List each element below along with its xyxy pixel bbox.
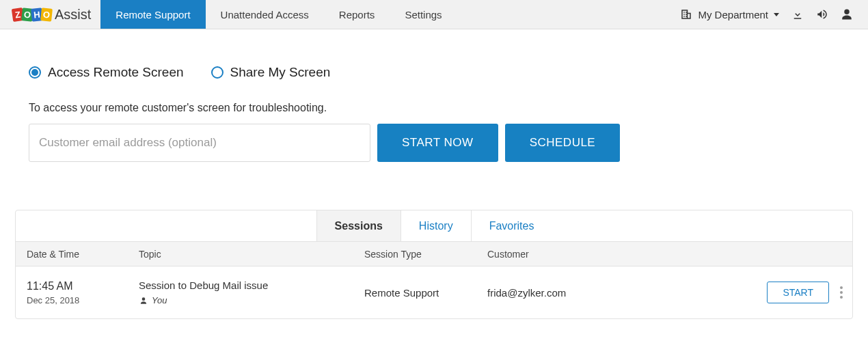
radio-unchecked-icon <box>211 66 223 79</box>
radio-access-remote[interactable]: Access Remote Screen <box>29 65 184 80</box>
tab-favorites[interactable]: Favorites <box>472 210 552 241</box>
profile-button[interactable] <box>841 8 853 20</box>
row-type: Remote Support <box>364 287 487 299</box>
radio-access-label: Access Remote Screen <box>48 65 184 80</box>
nav-reports[interactable]: Reports <box>324 0 390 29</box>
col-header-type: Session Type <box>364 249 487 260</box>
row-more-button[interactable] <box>840 286 843 299</box>
customer-email-input[interactable] <box>29 124 370 162</box>
app-logo: Z O H O Assist <box>0 0 100 29</box>
mode-selector: Access Remote Screen Share My Screen <box>29 29 839 80</box>
row-customer: frida@zylker.com <box>487 287 729 299</box>
product-name: Assist <box>55 7 91 23</box>
radio-share-label: Share My Screen <box>230 65 331 80</box>
person-icon <box>139 296 148 305</box>
department-label: My Department <box>698 9 768 20</box>
sessions-panel: Sessions History Favorites Date & Time T… <box>15 210 853 319</box>
download-button[interactable] <box>791 8 804 20</box>
top-bar: Z O H O Assist Remote Support Unattended… <box>0 0 868 29</box>
user-icon <box>841 8 853 20</box>
radio-checked-icon <box>29 66 41 79</box>
nav-unattended-access[interactable]: Unattended Access <box>206 0 324 29</box>
main-content: Access Remote Screen Share My Screen To … <box>0 29 868 319</box>
col-header-customer: Customer <box>487 249 729 260</box>
col-header-datetime: Date & Time <box>16 249 139 260</box>
mode-description: To access your remote customer's screen … <box>29 102 839 114</box>
topbar-right: My Department <box>680 0 868 29</box>
megaphone-icon <box>816 8 828 20</box>
building-icon <box>680 8 692 20</box>
download-icon <box>791 8 804 20</box>
announce-button[interactable] <box>816 8 828 20</box>
sessions-table-header: Date & Time Topic Session Type Customer <box>16 242 852 266</box>
row-owner: You <box>139 295 364 305</box>
row-date: Dec 25, 2018 <box>27 295 139 305</box>
row-owner-label: You <box>152 295 167 305</box>
radio-share-screen[interactable]: Share My Screen <box>211 65 331 80</box>
sessions-tabs: Sessions History Favorites <box>16 210 852 242</box>
tab-history[interactable]: History <box>401 210 472 241</box>
row-datetime: 11:45 AM Dec 25, 2018 <box>16 280 139 305</box>
nav-settings[interactable]: Settings <box>390 0 457 29</box>
start-now-button[interactable]: START NOW <box>377 124 498 162</box>
row-time: 11:45 AM <box>27 280 139 292</box>
schedule-button[interactable]: SCHEDULE <box>505 124 621 162</box>
row-topic: Session to Debug Mail issue <box>139 279 364 291</box>
main-nav: Remote Support Unattended Access Reports… <box>100 0 457 29</box>
tab-sessions[interactable]: Sessions <box>316 210 401 241</box>
row-topic-cell: Session to Debug Mail issue You <box>139 279 364 305</box>
nav-remote-support[interactable]: Remote Support <box>100 0 205 29</box>
chevron-down-icon <box>774 13 779 16</box>
table-row: 11:45 AM Dec 25, 2018 Session to Debug M… <box>16 266 852 318</box>
zoho-logo-icon: Z O H O <box>12 8 51 21</box>
row-start-button[interactable]: START <box>767 282 829 303</box>
col-header-topic: Topic <box>139 249 364 260</box>
department-dropdown[interactable]: My Department <box>680 8 779 20</box>
start-session-row: START NOW SCHEDULE <box>29 124 839 162</box>
